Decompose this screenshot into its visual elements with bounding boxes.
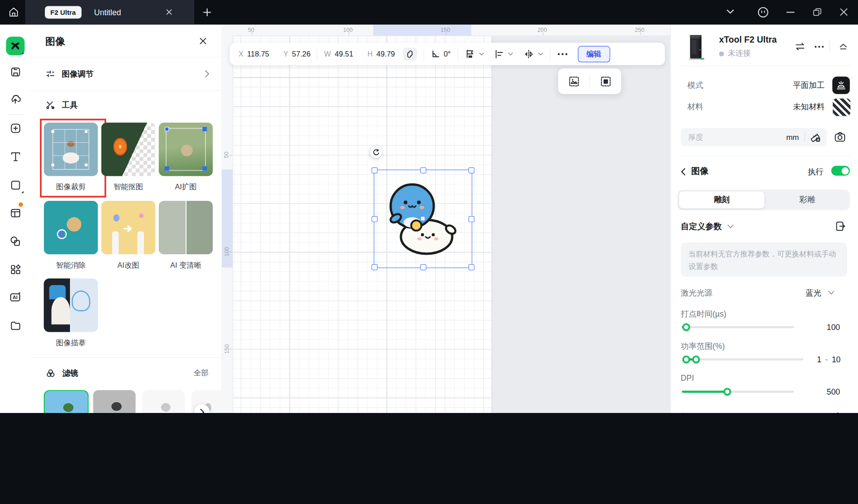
execute-toggle[interactable] bbox=[831, 166, 849, 176]
custom-params-dropdown[interactable]: 自定义参数 bbox=[681, 222, 734, 232]
device-more-icon[interactable] bbox=[814, 45, 824, 48]
shape-tool-icon[interactable] bbox=[6, 176, 24, 194]
dpi-slider-handle[interactable] bbox=[723, 387, 731, 395]
tool-label[interactable]: AI 变清晰 bbox=[159, 261, 213, 270]
workspace-switch-chevron-icon[interactable] bbox=[727, 9, 734, 14]
vector-boolean-icon[interactable] bbox=[6, 232, 24, 250]
arrange-order-icon[interactable] bbox=[464, 49, 475, 59]
minimize-button[interactable] bbox=[786, 12, 794, 13]
switch-device-icon[interactable] bbox=[795, 42, 806, 51]
y-value-field[interactable]: 57.26 bbox=[292, 50, 310, 58]
tool-ai-clarify-thumb[interactable] bbox=[159, 201, 213, 255]
mode-icon[interactable] bbox=[832, 77, 850, 94]
selection-handle-e[interactable] bbox=[468, 216, 474, 222]
selection-handle-n[interactable] bbox=[420, 167, 426, 173]
image-adjust-row[interactable]: 图像调节 bbox=[30, 57, 222, 90]
selection-handle-sw[interactable] bbox=[371, 264, 377, 270]
material-value[interactable]: 未知材料 bbox=[791, 102, 825, 112]
tool-ai-edit-thumb[interactable] bbox=[101, 201, 156, 255]
w-value-field[interactable]: 49.51 bbox=[335, 50, 353, 58]
material-swatch[interactable] bbox=[832, 98, 851, 116]
tab-engrave[interactable]: 雕刻 bbox=[679, 191, 764, 209]
image-section-back[interactable]: 图像 bbox=[681, 166, 709, 178]
filter-sketch-thumb[interactable] bbox=[142, 390, 185, 413]
collapse-panel-icon[interactable] bbox=[838, 41, 848, 51]
home-button[interactable] bbox=[8, 6, 20, 18]
apps-library-icon[interactable] bbox=[6, 260, 24, 278]
tools-section-header: 工具 bbox=[30, 97, 222, 113]
dot-time-slider[interactable] bbox=[682, 326, 794, 328]
xtool-logo[interactable] bbox=[6, 37, 24, 55]
filter-original-thumb[interactable] bbox=[44, 390, 89, 413]
panel-close-icon[interactable] bbox=[199, 37, 208, 46]
restore-button[interactable] bbox=[813, 8, 822, 17]
flip-icon[interactable] bbox=[523, 49, 534, 59]
align-icon[interactable] bbox=[494, 49, 504, 59]
passes-value[interactable]: 1 bbox=[810, 412, 840, 413]
x-value-field[interactable]: 118.75 bbox=[247, 50, 269, 58]
help-feedback-icon[interactable] bbox=[757, 6, 769, 18]
align-chevron-icon[interactable] bbox=[508, 51, 513, 56]
power-range-slider[interactable] bbox=[682, 358, 803, 361]
rotate-handle[interactable] bbox=[370, 146, 382, 158]
template-tool-icon[interactable] bbox=[6, 204, 24, 222]
cloud-upload-icon[interactable] bbox=[6, 90, 24, 108]
measure-ruler-icon[interactable]: A bbox=[810, 132, 821, 142]
tool-image-crop-thumb[interactable] bbox=[44, 122, 98, 176]
selection-center-anchor[interactable] bbox=[420, 216, 425, 221]
selection-handle-ne[interactable] bbox=[468, 167, 474, 173]
tool-smart-cutout-thumb[interactable] bbox=[101, 122, 156, 176]
power-min-value[interactable]: 1 bbox=[817, 355, 822, 364]
device-image[interactable] bbox=[686, 34, 706, 61]
tool-ai-expand-thumb[interactable] bbox=[159, 122, 213, 176]
tool-label[interactable]: 图像裁剪 bbox=[44, 182, 98, 192]
tool-label[interactable]: 智能消除 bbox=[44, 261, 98, 270]
text-tool-icon[interactable] bbox=[6, 147, 24, 165]
arrange-chevron-icon[interactable] bbox=[479, 51, 484, 56]
tool-smart-erase-thumb[interactable] bbox=[44, 201, 98, 255]
flip-chevron-icon[interactable] bbox=[538, 51, 543, 56]
add-element-icon[interactable] bbox=[6, 119, 24, 137]
dpi-value[interactable]: 500 bbox=[810, 387, 840, 396]
lock-ratio-icon[interactable] bbox=[403, 48, 417, 61]
laser-source-select[interactable]: 蓝光 bbox=[806, 288, 835, 298]
dot-time-value[interactable]: 100 bbox=[810, 323, 840, 332]
dither-mode-icon[interactable] bbox=[600, 75, 612, 87]
h-value-field[interactable]: 49.79 bbox=[376, 50, 395, 58]
file-library-icon[interactable] bbox=[6, 316, 24, 335]
tool-label[interactable]: AI改图 bbox=[101, 261, 156, 270]
selection-handle-w[interactable] bbox=[371, 216, 377, 222]
bitmap-image-icon[interactable] bbox=[568, 75, 580, 87]
power-max-value[interactable]: 10 bbox=[832, 355, 841, 364]
save-icon[interactable] bbox=[6, 62, 24, 81]
close-window-button[interactable] bbox=[840, 8, 849, 17]
filter-grid-thumb[interactable] bbox=[93, 390, 135, 413]
tool-label[interactable]: AI扩图 bbox=[159, 182, 213, 192]
tool-label[interactable]: 智能抠图 bbox=[101, 182, 156, 192]
thickness-input[interactable] bbox=[681, 133, 770, 142]
canvas-area[interactable]: 50 100 150 200 250 50 100 150 200 bbox=[222, 25, 670, 413]
edit-button[interactable]: 编辑 bbox=[578, 46, 610, 62]
tool-image-trace-thumb[interactable] bbox=[44, 278, 98, 332]
power-min-handle[interactable] bbox=[682, 355, 690, 363]
selection-bounding-box[interactable] bbox=[374, 169, 472, 268]
document-tab[interactable]: F2 Ultra Untitled bbox=[25, 0, 194, 25]
dot-time-slider-handle[interactable] bbox=[682, 323, 690, 330]
mode-value[interactable]: 平面加工 bbox=[791, 80, 825, 91]
angle-value-field[interactable]: 0° bbox=[444, 50, 451, 58]
camera-measure-icon[interactable] bbox=[833, 130, 846, 143]
power-max-handle[interactable] bbox=[692, 355, 700, 363]
tab-color-engrave[interactable]: 彩雕 bbox=[764, 190, 849, 210]
more-options-icon[interactable] bbox=[557, 52, 568, 56]
h-label: H bbox=[367, 50, 372, 58]
ai-generate-icon[interactable]: AI bbox=[6, 288, 24, 306]
new-tab-button[interactable] bbox=[202, 8, 212, 17]
tab-close-icon[interactable] bbox=[165, 8, 173, 16]
tool-label[interactable]: 图像描摹 bbox=[44, 338, 98, 348]
x-label: X bbox=[239, 50, 244, 58]
selection-handle-se[interactable] bbox=[468, 264, 474, 270]
save-params-icon[interactable] bbox=[835, 221, 846, 232]
filters-all-button[interactable]: 全部 bbox=[194, 368, 209, 378]
selection-handle-nw[interactable] bbox=[371, 167, 377, 173]
selection-handle-s[interactable] bbox=[420, 264, 426, 270]
